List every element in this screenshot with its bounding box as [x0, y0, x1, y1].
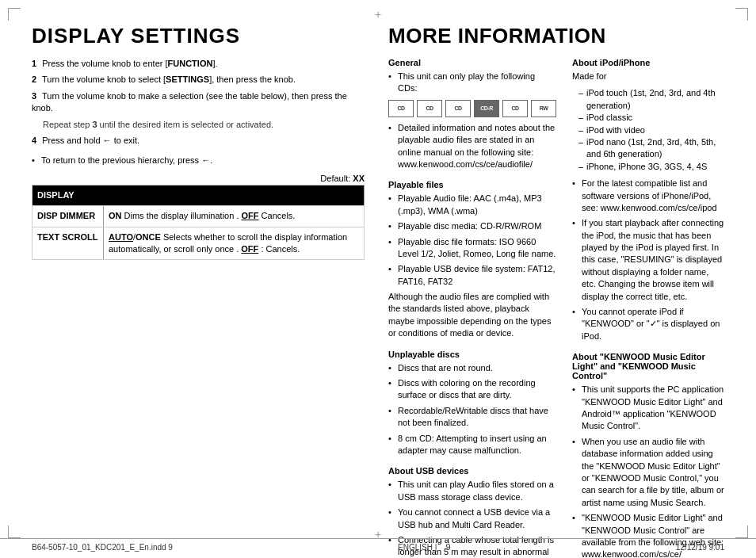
playable-usb-fs: Playable USB device file system: FAT12, … — [388, 263, 556, 288]
step-4-num: 4 — [32, 136, 36, 145]
display-settings-title: DISPLAY SETTINGS — [32, 24, 365, 48]
step-2-text: Turn the volume knob to select [SETTINGS… — [42, 75, 296, 84]
table-row-text-scroll: TEXT SCROLL AUTO/ONCE Selects whether to… — [32, 227, 365, 260]
playable-heading: Playable files — [388, 180, 556, 189]
general-heading: General — [388, 58, 556, 67]
more-info-title: MORE INFORMATION — [388, 24, 724, 48]
footer-lang-page: ENGLISH | 9 — [398, 542, 451, 552]
disp-dimmer-on: ON — [109, 211, 122, 220]
ipod-item-5: iPhone, iPhone 3G, 3GS, 4, 4S — [578, 161, 724, 173]
steps-list: 1 Press the volume knob to enter [FUNCTI… — [32, 58, 365, 147]
step-4: 4 Press and hold ← to exit. — [32, 135, 365, 147]
unplayable-3: Recordable/ReWritable discs that have no… — [388, 405, 556, 430]
playable-audio: Playable Audio file: AAC (.m4a), MP3 (.m… — [388, 193, 556, 217]
ipod-item-3: iPod with video — [578, 124, 724, 136]
ipod-heading: About iPod/iPhone — [572, 58, 724, 67]
step-1-text: Press the volume knob to enter [FUNCTION… — [42, 59, 217, 68]
two-col-layout: General This unit can only play the foll… — [388, 58, 724, 558]
step-3-text: Turn the volume knob to make a selection… — [32, 91, 347, 113]
footer: B64-5057-10_01_KDC201_E_En.indd 9 ENGLIS… — [0, 538, 756, 552]
media-icon-cd3: CD — [445, 100, 471, 117]
page: DISPLAY SETTINGS 1 Press the volume knob… — [0, 0, 756, 558]
right-column: MORE INFORMATION General This unit can o… — [388, 24, 724, 514]
table-header: DISPLAY — [32, 185, 365, 205]
ipod-item-2: iPod classic — [578, 112, 724, 124]
footer-file: B64-5057-10_01_KDC201_E_En.indd 9 — [32, 543, 173, 552]
media-icon-cdr: CD-R — [474, 100, 499, 117]
disp-dimmer-desc: ON Dims the display illumination . OFF C… — [104, 206, 365, 227]
step-1-bold: FUNCTION — [168, 59, 213, 68]
media-icon-cdrw: CD — [502, 100, 528, 117]
unplayable-4: 8 cm CD: Attempting to insert using an a… — [388, 433, 556, 457]
text-scroll-desc: AUTO/ONCE Selects whether to scroll the … — [104, 227, 365, 260]
step-2-bold: SETTINGS — [166, 75, 209, 84]
table-row-disp-dimmer: DISP DIMMER ON Dims the display illumina… — [32, 206, 365, 227]
disp-dimmer-label: DISP DIMMER — [32, 206, 104, 227]
step-2-num: 2 — [32, 75, 36, 84]
ipod-made-for: Made for — [572, 71, 724, 82]
kenwood-1: This unit supports the PC application "K… — [572, 384, 724, 433]
kenwood-heading: About "KENWOOD Music Editor Light" and "… — [572, 352, 724, 380]
text-scroll-off: OFF — [241, 244, 258, 254]
footer-lang: ENGLISH | — [398, 543, 437, 552]
step-3-sub-bold: 3 — [92, 120, 97, 129]
usb-1: This unit can play Audio files stored on… — [388, 479, 556, 503]
kenwood-2: When you use an audio file with database… — [572, 436, 724, 509]
disp-dimmer-text: Dims the display illumination . — [124, 211, 242, 220]
step-4-text: Press and hold ← to exit. — [42, 136, 139, 145]
kenwood-section: About "KENWOOD Music Editor Light" and "… — [572, 352, 724, 558]
step-3-sub: Repeat step 3 until the desired item is … — [43, 119, 365, 131]
settings-table: DISPLAY DISP DIMMER ON Dims the display … — [32, 185, 365, 261]
media-icon-cdrw2: RW — [531, 100, 556, 117]
hierarchy-note: To return to the previous hierarchy, pre… — [32, 155, 365, 166]
footer-date: 12/12/19 9:01 — [676, 543, 724, 552]
default-line: Default: XX — [32, 174, 365, 183]
disp-dimmer-end: Cancels. — [262, 211, 296, 220]
right-right-subcol: About iPod/iPhone Made for iPod touch (1… — [572, 58, 724, 558]
playable-section: Playable files Playable Audio file: AAC … — [388, 180, 556, 339]
ipod-cannot-operate: You cannot operate iPod if "KENWOOD" or … — [572, 306, 724, 342]
left-column: DISPLAY SETTINGS 1 Press the volume knob… — [32, 24, 365, 514]
ipod-item-1: iPod touch (1st, 2nd, 3rd, and 4th gener… — [578, 87, 724, 112]
footer-page-num: 9 — [446, 542, 451, 552]
media-icon-cd1: CD — [388, 100, 414, 117]
step-1: 1 Press the volume knob to enter [FUNCTI… — [32, 58, 365, 70]
step-3: 3 Turn the volume knob to make a selecti… — [32, 90, 365, 115]
general-cd-note: This unit can only play the following CD… — [388, 71, 556, 95]
step-2: 2 Turn the volume knob to select [SETTIN… — [32, 74, 365, 86]
step-1-num: 1 — [32, 59, 36, 68]
usb-heading: About USB devices — [388, 466, 556, 476]
playable-disc: Playable disc media: CD-R/RW/ROM — [388, 220, 556, 232]
unplayable-2: Discs with coloring on the recording sur… — [388, 377, 556, 402]
ipod-item-4: iPod nano (1st, 2nd, 3rd, 4th, 5th, and … — [578, 136, 724, 161]
ipod-resuming: If you start playback after connecting t… — [572, 217, 724, 303]
media-icons-row: CD CD CD CD-R CD RW — [388, 100, 556, 117]
text-scroll-label: TEXT SCROLL — [32, 227, 104, 260]
text-scroll-once: ONCE — [136, 232, 161, 242]
playable-note: Although the audio files are complied wi… — [388, 291, 556, 340]
general-section: General This unit can only play the foll… — [388, 58, 556, 170]
playable-formats: Playable disc file formats: ISO 9660 Lev… — [388, 236, 556, 261]
unplayable-heading: Unplayable discs — [388, 350, 556, 359]
content-area: DISPLAY SETTINGS 1 Press the volume knob… — [32, 24, 724, 514]
right-left-subcol: General This unit can only play the foll… — [388, 58, 556, 558]
unplayable-1: Discs that are not round. — [388, 362, 556, 374]
ipod-compat: For the latest compatible list and softw… — [572, 178, 724, 214]
unplayable-section: Unplayable discs Discs that are not roun… — [388, 350, 556, 457]
ipod-section: About iPod/iPhone Made for iPod touch (1… — [572, 58, 724, 342]
usb-2: You cannot connect a USB device via a US… — [388, 506, 556, 531]
text-scroll-end: : Cancels. — [261, 244, 300, 254]
step-3-num: 3 — [32, 91, 36, 101]
general-online-note: Detailed information and notes about the… — [388, 122, 556, 171]
disp-dimmer-off: OFF — [242, 211, 259, 220]
media-icon-cd2: CD — [417, 100, 442, 117]
default-value: XX — [353, 174, 365, 183]
text-scroll-auto: AUTO — [109, 232, 133, 242]
ipod-list: iPod touch (1st, 2nd, 3rd, and 4th gener… — [578, 87, 724, 173]
